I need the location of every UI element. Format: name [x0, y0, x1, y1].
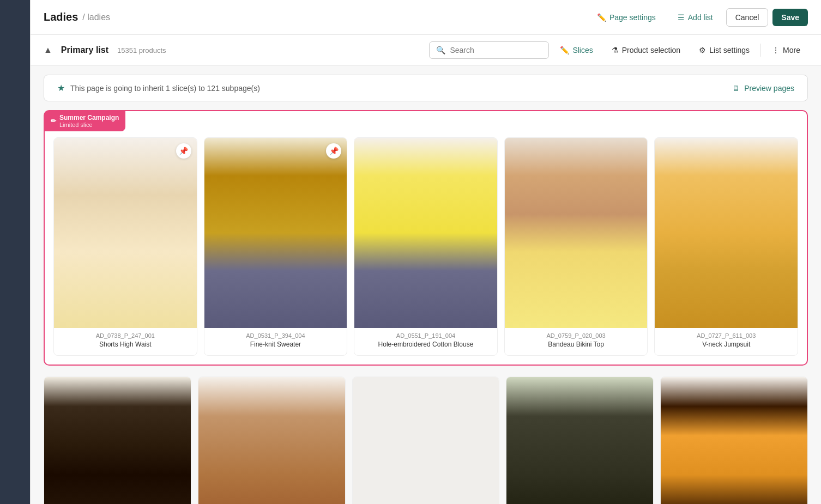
filter-icon: ⚗ [612, 46, 619, 54]
page-title-group: Ladies / ladies [44, 11, 110, 23]
campaign-product-card[interactable]: 📌 AD_0738_P_247_001 Shorts High Waist [53, 137, 197, 356]
product-image [505, 138, 648, 328]
main-panel: Ladies / ladies ✏️ Page settings ☰ Add l… [30, 0, 821, 504]
product-image [44, 377, 191, 504]
slice-info-text: This page is going to inherit 1 slice(s)… [70, 84, 260, 93]
search-icon: 🔍 [436, 46, 445, 54]
product-selection-button[interactable]: ⚗ Product selection [604, 41, 688, 59]
slices-icon: ✏️ [560, 46, 569, 54]
regular-product-card[interactable] [506, 377, 654, 504]
cancel-button[interactable]: Cancel [726, 8, 769, 27]
product-id: AD_0759_P_020_003 [510, 332, 642, 339]
product-image [655, 138, 798, 328]
regular-product-card[interactable] [660, 377, 808, 504]
page-title: Ladies [44, 11, 78, 23]
search-input[interactable] [450, 46, 542, 54]
toolbar: ▲ Primary list 15351 products 🔍 ✏️ Slice… [31, 35, 821, 66]
product-info: AD_0531_P_394_004 Fine-knit Sweater [204, 328, 347, 356]
list-settings-button[interactable]: ⚙ List settings [691, 41, 757, 59]
settings-icon: ⚙ [699, 46, 706, 54]
collapse-button[interactable]: ▲ [44, 45, 52, 55]
product-image [661, 377, 807, 504]
product-id: AD_0551_P_191_004 [360, 332, 492, 339]
preview-pages-button[interactable]: 🖥 Preview pages [732, 84, 794, 93]
product-count: 15351 products [117, 46, 166, 54]
more-button[interactable]: ⋮ More [764, 41, 808, 59]
campaign-sublabel: Limited slice [59, 122, 119, 128]
product-info: AD_0727_P_611_003 V-neck Jumpsuit [655, 328, 798, 356]
regular-product-card[interactable] [44, 377, 191, 504]
product-name: Hole-embroidered Cotton Blouse [360, 341, 492, 349]
product-id: AD_0531_P_394_004 [210, 332, 342, 339]
list-title: Primary list [61, 45, 108, 55]
toolbar-divider [760, 44, 761, 57]
product-image [198, 377, 345, 504]
campaign-product-card[interactable]: AD_0551_P_191_004 Hole-embroidered Cotto… [354, 137, 498, 356]
campaign-title: Summer Campaign [59, 114, 119, 122]
more-icon: ⋮ [772, 46, 780, 54]
add-list-icon: ☰ [678, 13, 685, 22]
regular-product-card[interactable] [198, 377, 346, 504]
regular-product-card[interactable] [352, 377, 500, 504]
pencil-icon: ✏ [51, 117, 56, 125]
product-image: 📌 [204, 138, 347, 328]
pin-icon: 📌 [176, 143, 191, 159]
product-image [353, 377, 499, 504]
slice-banner: ★ This page is going to inherit 1 slice(… [44, 75, 808, 101]
regular-product-grid [44, 377, 808, 504]
breadcrumb: / ladies [82, 13, 110, 22]
search-box[interactable]: 🔍 [429, 41, 549, 59]
campaign-label: ✏ Summer Campaign Limited slice [44, 111, 125, 131]
campaign-product-card[interactable]: AD_0759_P_020_003 Bandeau Bikini Top [504, 137, 648, 356]
left-sidebar [0, 0, 30, 504]
product-id: AD_0727_P_611_003 [660, 332, 792, 339]
pin-icon: 📌 [326, 143, 341, 159]
product-info: AD_0551_P_191_004 Hole-embroidered Cotto… [354, 328, 497, 356]
product-name: Shorts High Waist [59, 341, 191, 349]
header-actions: ✏️ Page settings ☰ Add list Cancel Save [588, 8, 808, 27]
product-id: AD_0738_P_247_001 [59, 332, 191, 339]
product-info: AD_0759_P_020_003 Bandeau Bikini Top [505, 328, 648, 356]
save-button[interactable]: Save [772, 9, 808, 26]
product-image [506, 377, 653, 504]
page-settings-icon: ✏️ [597, 13, 606, 22]
campaign-product-card[interactable]: AD_0727_P_611_003 V-neck Jumpsuit [654, 137, 798, 356]
slices-button[interactable]: ✏️ Slices [552, 41, 600, 59]
product-name: Bandeau Bikini Top [510, 341, 642, 349]
preview-icon: 🖥 [732, 84, 740, 93]
page-settings-button[interactable]: ✏️ Page settings [588, 9, 665, 26]
product-name: Fine-knit Sweater [210, 341, 342, 349]
product-info: AD_0738_P_247_001 Shorts High Waist [54, 328, 197, 356]
add-list-button[interactable]: ☰ Add list [669, 9, 722, 26]
header: Ladies / ladies ✏️ Page settings ☰ Add l… [31, 0, 821, 35]
campaign-product-card[interactable]: 📌 AD_0531_P_394_004 Fine-knit Sweater [204, 137, 348, 356]
product-name: V-neck Jumpsuit [660, 341, 792, 349]
product-image [354, 138, 497, 328]
product-image: 📌 [54, 138, 197, 328]
toolbar-right: 🔍 ✏️ Slices ⚗ Product selection ⚙ List s… [429, 41, 808, 59]
inherit-icon: ★ [57, 83, 65, 93]
campaign-product-grid: 📌 AD_0738_P_247_001 Shorts High Waist 📌 … [53, 137, 798, 356]
slice-info: ★ This page is going to inherit 1 slice(… [57, 83, 260, 93]
content-area: ★ This page is going to inherit 1 slice(… [31, 66, 821, 504]
campaign-section: ✏ Summer Campaign Limited slice 📌 AD_073… [44, 110, 808, 366]
